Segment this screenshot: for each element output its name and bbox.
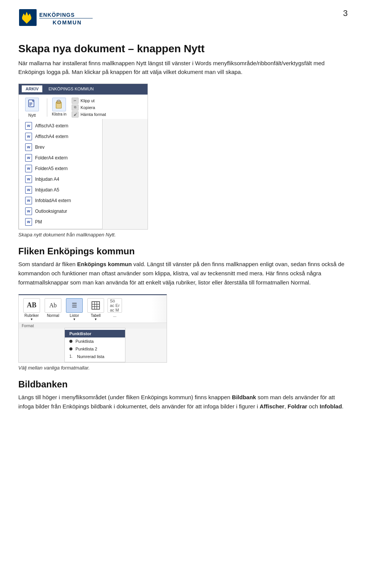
doc-icon-1: W [25, 133, 32, 140]
dropdown-item-0[interactable]: W AffischA3 extern [19, 120, 102, 131]
section3-sep2: och [307, 403, 320, 410]
format-ribbon-body: AB Rubriker ▼ Ab Normal ☰ Listor ▼ [19, 294, 167, 323]
dropdown-item-8[interactable]: W Outlooksignatur [19, 206, 102, 217]
section3-para1: Längs till höger i menyfliksområdet (und… [18, 393, 348, 411]
doc-icon-3: W [25, 154, 32, 162]
normal-icon: Ab [45, 298, 61, 313]
dropdown-punktlista-label: Punktlista [75, 339, 94, 344]
separator1 [47, 98, 47, 117]
klipp-label: Klipp ut [80, 98, 95, 103]
klipp-icon: ✂ [72, 98, 79, 104]
doc-icon-8: W [25, 207, 32, 215]
klipp-cmd[interactable]: ✂ Klipp ut [72, 98, 106, 104]
tabell-btn[interactable]: Tabell ▼ [86, 298, 106, 323]
doc-icon-6: W [25, 186, 32, 194]
dropdown-label-7: InfobladA4 extern [35, 198, 71, 203]
enkopings-tab[interactable]: ENKÖPINGS KOMMUN [45, 85, 98, 92]
doc-icon-9: W [25, 218, 32, 226]
kopiera-label: Kopiera [80, 105, 95, 110]
dropdown-header: Punktlistor [65, 330, 125, 337]
dropdown-item-2[interactable]: W Brev [19, 142, 102, 153]
bullet-icon-2 [69, 347, 72, 350]
format-screenshot: AB Rubriker ▼ Ab Normal ☰ Listor ▼ [18, 294, 167, 363]
tabell-icon [87, 298, 104, 313]
section2-title: Fliken Enköpings kommun [18, 246, 348, 257]
dropdown-label-9: PM [35, 219, 42, 225]
normal-label: Normal [47, 313, 59, 318]
section3-bold1: Bildbank [232, 394, 256, 400]
doc-icon-7: W [25, 197, 32, 204]
normal-btn[interactable]: Ab Normal [43, 298, 63, 319]
section1-para1: När mallarna har installerat finns mallk… [18, 59, 348, 77]
svg-text:KOMMUN: KOMMUN [53, 19, 82, 26]
dropdown-label-0: AffischA3 extern [35, 123, 68, 129]
klistra-group: Klistra in ✂ Klipp ut ⧉ Kopiera 🖌 Hämta … [52, 98, 106, 117]
section3-end: . [342, 403, 344, 410]
section2-para1-text1: Som standard är fliken [18, 261, 77, 267]
dropdown-item-6[interactable]: W Inbjudan A5 [19, 185, 102, 195]
arkiv-dropdown: W AffischA3 extern W AffischA4 extern W … [19, 119, 103, 229]
doc-icon-0: W [25, 122, 32, 130]
dropdown-numrerad-label: Numrerad lista [77, 354, 104, 359]
rubriker-btn[interactable]: AB Rubriker ▼ [22, 298, 42, 323]
doc-icon-4: W [25, 165, 32, 172]
klistra-label: Klistra in [52, 112, 66, 116]
section3-foldrar: Foldrar [287, 403, 307, 410]
listor-label: Listor [70, 313, 79, 318]
dropdown-item-1[interactable]: W AffischA4 extern [19, 131, 102, 142]
section2-para1-bold: Enköpings kommun [77, 261, 132, 267]
dropdown-label-8: Outlooksignatur [35, 209, 67, 214]
listor-btn[interactable]: ☰ Listor ▼ [64, 298, 84, 323]
rubriker-icon: AB [23, 298, 40, 313]
dropdown-item-5[interactable]: W Inbjudan A4 [19, 174, 102, 185]
doc-icon-5: W [25, 175, 32, 183]
section3-infoblad: Infoblad [319, 403, 342, 410]
klistra-button[interactable]: Klistra in [52, 98, 66, 116]
section3-title: Bildbanken [18, 379, 348, 390]
ribbon-tabs: ARKIV ENKÖPINGS KOMMUN [19, 84, 148, 94]
nytt-button[interactable]: Nytt [25, 98, 39, 117]
dropdown-punktlista[interactable]: Punktlista [65, 337, 125, 345]
nytt-icon [25, 98, 39, 111]
logo-image: ENKÖPINGS KOMMUN [18, 7, 95, 28]
arkiv-screenshot: ARKIV ENKÖPINGS KOMMUN Nytt [18, 84, 148, 230]
bullet-icon-1 [69, 340, 72, 343]
dropdown-item-7[interactable]: W InfobladA4 extern [19, 195, 102, 206]
arkiv-tab[interactable]: ARKIV [22, 85, 42, 92]
section1-caption: Skapa nytt dokument från mallknappen Nyt… [18, 232, 348, 238]
kopiera-cmd[interactable]: ⧉ Kopiera [72, 104, 106, 111]
ribbon-body: Nytt Klistra in [19, 94, 148, 119]
section1-title: Skapa nya dokument – knappen Nytt [18, 43, 348, 55]
number-icon: 1. [69, 354, 74, 358]
nytt-group: Nytt [22, 98, 42, 117]
dropdown-label-5: Inbjudan A4 [35, 177, 59, 182]
section3-affischer: Affischer [260, 403, 284, 410]
sok-btn[interactable]: Söac Erac M ... [107, 298, 122, 319]
svg-text:ENKÖPINGS: ENKÖPINGS [39, 12, 75, 18]
dropdown-item-9[interactable]: W PM [19, 217, 102, 227]
doc-icon-2: W [25, 143, 32, 151]
page-header: ENKÖPINGS KOMMUN 3 [18, 0, 348, 32]
small-cmds: ✂ Klipp ut ⧉ Kopiera 🖌 Hämta format [72, 98, 106, 117]
hamta-cmd[interactable]: 🖌 Hämta format [72, 111, 106, 117]
dropdown-numrerad[interactable]: 1. Numrerad lista [65, 353, 125, 360]
hamta-label: Hämta format [80, 112, 106, 117]
logo-area: ENKÖPINGS KOMMUN [18, 7, 95, 28]
kopiera-icon: ⧉ [72, 104, 79, 111]
sok-partial-label: ... [113, 313, 116, 318]
dropdown-punktlista2[interactable]: Punktlista 2 [65, 345, 125, 353]
section3-sep1: , [284, 403, 287, 410]
rubriker-label: Rubriker [24, 313, 39, 318]
page-number: 3 [343, 7, 348, 18]
listor-dropdown: Punktlistor Punktlista Punktlista 2 1. N… [64, 328, 125, 362]
sok-icon: Söac Erac M [108, 298, 122, 313]
svg-rect-11 [29, 105, 31, 106]
section2-para1: Som standard är fliken Enköpings kommun … [18, 260, 348, 287]
dropdown-item-4[interactable]: W FolderA5 extern [19, 163, 102, 174]
svg-rect-2 [22, 17, 31, 19]
nytt-label: Nytt [28, 113, 36, 117]
svg-rect-9 [29, 103, 32, 103]
dropdown-item-3[interactable]: W FolderA4 extern [19, 153, 102, 163]
section3-text1: Längs till höger i menyfliksområdet (und… [18, 394, 232, 400]
dropdown-punktlista2-label: Punktlista 2 [75, 347, 97, 351]
